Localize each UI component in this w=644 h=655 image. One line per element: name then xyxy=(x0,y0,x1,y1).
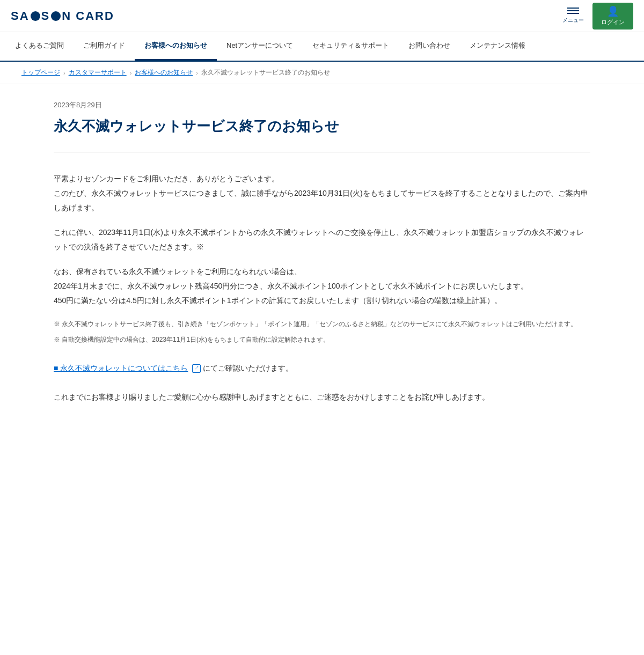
article-body: 平素よりセゾンカードをご利用いただき、ありがとうございます。 このたび、永久不滅… xyxy=(54,172,590,404)
nav-item-maintenance[interactable]: メンテナンス情報 xyxy=(460,32,535,61)
breadcrumb-sep-2: › xyxy=(130,70,132,76)
article-date: 2023年8月29日 xyxy=(54,100,590,110)
main-nav: よくあるご質問 ご利用ガイド お客様へのお知らせ Netアンサーについて セキュ… xyxy=(0,32,644,62)
breadcrumb-current: 永久不滅ウォレットサービス終了のお知らせ xyxy=(201,68,330,77)
nav-item-faq[interactable]: よくあるご質問 xyxy=(5,32,74,61)
divider xyxy=(54,152,590,152)
login-button[interactable]: 👤 ログイン xyxy=(592,3,633,30)
paragraph-3: なお、保有されている永久不滅ウォレットをご利用になられない場合は、 2024年1… xyxy=(54,264,590,307)
wallet-detail-link[interactable]: ■ 永久不滅ウォレットについてはこちら xyxy=(54,364,188,372)
breadcrumb-top[interactable]: トップページ xyxy=(21,68,60,77)
nav-item-guide[interactable]: ご利用ガイド xyxy=(74,32,135,61)
external-link-icon xyxy=(192,364,201,373)
link-suffix: にてご確認いただけます。 xyxy=(203,364,293,372)
breadcrumb-sep-3: › xyxy=(196,70,198,76)
breadcrumb-sep-1: › xyxy=(63,70,65,76)
closing-paragraph: これまでにお客様より賜りましたご愛顧に心から感謝申しあげますとともに、ご迷惑をお… xyxy=(54,390,590,404)
logo: SASN CARD xyxy=(11,9,114,23)
note-2: ※ 自動交換機能設定中の場合は、2023年11月1日(水)をもちまして自動的に設… xyxy=(54,334,590,346)
menu-label: メニュー xyxy=(562,17,584,24)
paragraph-1: 平素よりセゾンカードをご利用いただき、ありがとうございます。 このたび、永久不滅… xyxy=(54,172,590,215)
link-block: ■ 永久不滅ウォレットについてはこちら にてご確認いただけます。 xyxy=(54,361,590,376)
breadcrumb-support[interactable]: カスタマーサポート xyxy=(69,68,127,77)
main-content: 2023年8月29日 永久不滅ウォレットサービス終了のお知らせ 平素よりセゾンカ… xyxy=(32,84,612,447)
user-icon: 👤 xyxy=(607,5,619,17)
header: SASN CARD メニュー 👤 ログイン xyxy=(0,0,644,32)
nav-item-contact[interactable]: お問い合わせ xyxy=(399,32,460,61)
breadcrumb: トップページ › カスタマーサポート › お客様へのお知らせ › 永久不滅ウォレ… xyxy=(0,62,644,84)
paragraph-2: これに伴い、2023年11月1日(水)より永久不滅ポイントからの永久不滅ウォレッ… xyxy=(54,225,590,254)
nav-item-security[interactable]: セキュリティ＆サポート xyxy=(303,32,399,61)
notes-block: ※ 永久不滅ウォレットサービス終了後も、引き続き「セゾンポケット」「ポイント運用… xyxy=(54,318,590,346)
article-title: 永久不滅ウォレットサービス終了のお知らせ xyxy=(54,116,590,136)
note-1: ※ 永久不滅ウォレットサービス終了後も、引き続き「セゾンポケット」「ポイント運用… xyxy=(54,318,590,330)
menu-button[interactable]: メニュー xyxy=(558,3,588,28)
breadcrumb-notices[interactable]: お客様へのお知らせ xyxy=(135,68,193,77)
login-label: ログイン xyxy=(601,18,625,26)
nav-item-notices[interactable]: お客様へのお知らせ xyxy=(135,32,217,61)
header-right: メニュー 👤 ログイン xyxy=(558,3,633,30)
logo-text: SASN CARD xyxy=(11,9,114,23)
nav-item-netanswer[interactable]: Netアンサーについて xyxy=(217,32,303,61)
